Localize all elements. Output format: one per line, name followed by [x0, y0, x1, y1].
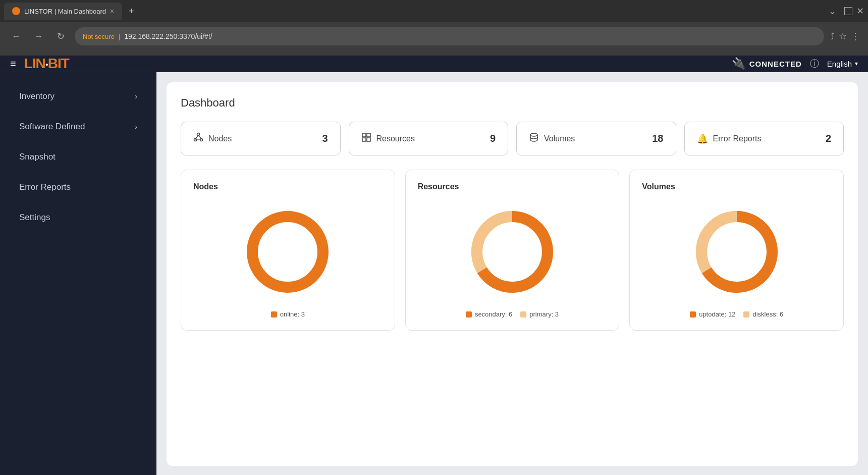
volumes-icon	[529, 132, 539, 145]
svg-line-4	[198, 136, 201, 139]
legend-label-diskless: diskless: 6	[752, 310, 783, 318]
forward-button[interactable]: →	[30, 28, 46, 44]
chart-nodes-title: Nodes	[193, 182, 383, 191]
nodes-legend: online: 3	[193, 310, 383, 318]
refresh-button[interactable]: ↻	[52, 28, 69, 44]
logo-dot: ●	[45, 62, 48, 67]
sidebar-label-settings: Settings	[19, 213, 50, 223]
language-selector[interactable]: English ▾	[827, 60, 858, 68]
sidebar-label-error-reports: Error Reports	[19, 182, 71, 192]
resources-donut	[418, 201, 607, 302]
browser-chrome: LINSTOR | Main Dashboard × + ⌄ ✕ ← → ↻ N…	[0, 0, 868, 56]
tab-title: LINSTOR | Main Dashboard	[24, 8, 106, 15]
url-text: 192.168.222.250:3370/ui/#!/	[124, 32, 212, 40]
sidebar-item-software-defined[interactable]: Software Defined ›	[4, 113, 152, 141]
tab-bar: LINSTOR | Main Dashboard × + ⌄ ✕	[0, 0, 868, 22]
legend-secondary: secondary: 6	[466, 310, 512, 318]
volumes-legend: uptodate: 12 diskless: 6	[642, 310, 831, 318]
nodes-label: Nodes	[208, 134, 232, 143]
svg-line-3	[195, 136, 198, 139]
language-arrow: ▾	[855, 60, 858, 67]
svg-rect-9	[367, 138, 370, 141]
legend-diskless: diskless: 6	[743, 310, 783, 318]
summary-cards: Nodes 3	[181, 122, 844, 155]
summary-card-nodes[interactable]: Nodes 3	[181, 122, 341, 155]
resources-label: Resources	[376, 134, 415, 143]
legend-label-primary: primary: 3	[529, 310, 559, 318]
chart-card-volumes: Volumes	[629, 170, 844, 331]
back-button[interactable]: ←	[8, 28, 24, 44]
tab-close-button[interactable]: ×	[110, 7, 114, 15]
address-actions: ⤴ ☆ ⋮	[830, 31, 860, 42]
share-icon[interactable]: ⤴	[830, 31, 835, 42]
hamburger-menu[interactable]: ≡	[10, 58, 16, 70]
nodes-value: 3	[322, 133, 328, 144]
url-bar[interactable]: Not secure | 192.168.222.250:3370/ui/#!/	[75, 27, 824, 45]
header-right: 🔌 CONNECTED ⓘ English ▾	[732, 57, 858, 70]
sidebar-item-settings[interactable]: Settings	[4, 203, 152, 232]
sidebar-item-inventory[interactable]: Inventory ›	[4, 82, 152, 111]
url-separator: |	[119, 33, 120, 40]
new-tab-button[interactable]: +	[124, 4, 138, 18]
svg-point-11	[252, 217, 323, 287]
sidebar-label-snapshot: Snapshot	[19, 152, 56, 162]
sidebar-item-error-reports[interactable]: Error Reports	[4, 173, 152, 201]
language-label: English	[827, 60, 852, 68]
volumes-donut	[642, 201, 831, 302]
summary-card-volumes-left: Volumes	[529, 132, 575, 145]
sidebar-item-snapshot[interactable]: Snapshot	[4, 143, 152, 171]
svg-point-0	[197, 133, 200, 136]
svg-point-10	[530, 133, 537, 136]
menu-icon[interactable]: ⋮	[851, 31, 860, 42]
sidebar-label-inventory: Inventory	[19, 91, 55, 101]
sidebar-arrow-software-defined: ›	[135, 123, 137, 131]
error-reports-label: Error Reports	[713, 134, 762, 143]
legend-dot-primary	[520, 311, 526, 318]
chart-card-nodes: Nodes online: 3	[181, 170, 395, 331]
summary-card-resources-left: Resources	[361, 132, 415, 145]
address-bar: ← → ↻ Not secure | 192.168.222.250:3370/…	[0, 22, 868, 50]
active-tab[interactable]: LINSTOR | Main Dashboard ×	[4, 3, 122, 20]
tab-favicon	[12, 7, 20, 15]
app-body: Inventory › Software Defined › Snapshot …	[0, 72, 868, 475]
plug-icon: 🔌	[732, 57, 745, 70]
volumes-label: Volumes	[544, 134, 575, 143]
dashboard-title: Dashboard	[181, 96, 844, 110]
legend-label-online: online: 3	[280, 310, 305, 318]
svg-rect-8	[362, 138, 366, 141]
summary-card-nodes-left: Nodes	[193, 132, 232, 145]
minimize-dropdown[interactable]: ⌄	[829, 6, 836, 17]
nodes-donut	[193, 201, 383, 302]
chart-card-resources: Resources	[405, 170, 620, 331]
resources-legend: secondary: 6 primary: 3	[418, 310, 607, 318]
legend-uptodate: uptodate: 12	[690, 310, 735, 318]
error-reports-icon: 🔔	[697, 133, 708, 144]
svg-rect-7	[367, 133, 370, 137]
sidebar: Inventory › Software Defined › Snapshot …	[0, 72, 156, 475]
legend-dot-uptodate	[690, 311, 696, 318]
main-content: Dashboard	[156, 72, 868, 475]
bookmark-icon[interactable]: ☆	[839, 31, 847, 42]
svg-rect-6	[362, 133, 366, 137]
close-button[interactable]: ✕	[856, 6, 864, 17]
window-controls: ⌄ ✕	[829, 6, 864, 17]
connection-status: 🔌 CONNECTED	[732, 57, 802, 70]
legend-dot-diskless	[743, 311, 749, 318]
restore-button[interactable]	[844, 7, 852, 15]
legend-online: online: 3	[271, 310, 305, 318]
summary-card-volumes[interactable]: Volumes 18	[516, 122, 676, 155]
info-icon[interactable]: ⓘ	[810, 58, 819, 70]
app: ≡ LIN●BIT 🔌 CONNECTED ⓘ English ▾ Invent…	[0, 56, 868, 475]
summary-card-error-reports[interactable]: 🔔 Error Reports 2	[684, 122, 844, 155]
legend-label-secondary: secondary: 6	[475, 310, 512, 318]
resources-icon	[361, 132, 371, 145]
chart-volumes-title: Volumes	[642, 182, 831, 191]
legend-dot-online	[271, 311, 277, 318]
volumes-value: 18	[652, 133, 663, 144]
error-reports-value: 2	[826, 133, 831, 144]
chart-cards: Nodes online: 3	[181, 170, 844, 331]
summary-card-resources[interactable]: Resources 9	[349, 122, 509, 155]
logo-text: LIN●BIT	[24, 56, 69, 72]
summary-card-error-reports-left: 🔔 Error Reports	[697, 133, 762, 144]
sidebar-arrow-inventory: ›	[135, 92, 137, 100]
